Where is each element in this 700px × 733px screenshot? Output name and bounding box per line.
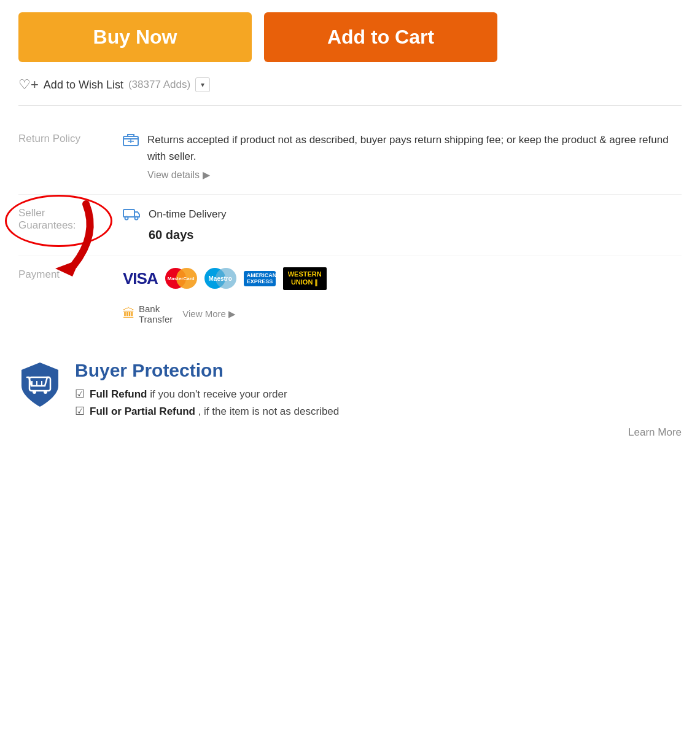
action-buttons: Buy Now Add to Cart xyxy=(18,12,682,62)
add-to-cart-button[interactable]: Add to Cart xyxy=(264,12,497,62)
return-policy-label: Return Policy xyxy=(18,131,123,145)
full-refund-text: if you don't receive your order xyxy=(150,388,287,400)
seller-guarantees-row: Seller Guarantees: xyxy=(18,195,682,256)
protection-item-1: ☑ Full Refund if you don't receive your … xyxy=(75,387,682,401)
learn-more-link[interactable]: Learn More xyxy=(628,426,682,438)
payment-icons-row: VISA MasterCard Maestro AMERICAN EXPRESS xyxy=(123,267,327,289)
buy-now-button[interactable]: Buy Now xyxy=(18,12,252,62)
payment-content: VISA MasterCard Maestro AMERICAN EXPRESS xyxy=(123,267,682,324)
return-policy-row: Return Policy Returns accepted if produc… xyxy=(18,120,682,195)
heart-plus-icon: ♡+ xyxy=(18,77,39,93)
seller-guarantees-content: On-time Delivery 60 days xyxy=(123,206,682,245)
view-details-link[interactable]: View details ▶ xyxy=(147,167,682,183)
wishlist-label[interactable]: Add to Wish List xyxy=(44,79,123,92)
shield-icon xyxy=(18,360,61,412)
buyer-protection-title: Buyer Protection xyxy=(75,360,682,381)
delivery-days: 60 days xyxy=(149,225,227,245)
bank-icon: 🏛 xyxy=(123,307,135,321)
western-union-logo: WESTERN UNION ‖ xyxy=(283,267,327,289)
protection-item-2: ☑ Full or Partial Refund , if the item i… xyxy=(75,404,682,418)
partial-refund-text: , if the item is not as described xyxy=(198,406,340,417)
full-refund-label: Full Refund xyxy=(90,388,147,400)
wishlist-dropdown-button[interactable]: ▾ xyxy=(195,77,210,92)
seller-guarantees-label: Seller Guarantees: xyxy=(18,206,123,232)
svg-point-3 xyxy=(125,216,128,219)
return-policy-text: Returns accepted if product not as descr… xyxy=(147,131,682,183)
svg-point-7 xyxy=(44,390,47,394)
bank-transfer: 🏛 Bank Transfer xyxy=(123,304,173,324)
return-icon xyxy=(123,133,139,150)
view-more-link[interactable]: View More ▶ xyxy=(182,308,236,319)
buyer-protection-section: Buyer Protection ☑ Full Refund if you do… xyxy=(18,354,682,445)
wishlist-row: ♡+ Add to Wish List (38377 Adds) ▾ xyxy=(18,77,682,93)
section-divider xyxy=(18,105,682,106)
mastercard-logo: MasterCard xyxy=(165,267,197,289)
visa-logo: VISA xyxy=(123,269,158,288)
svg-point-4 xyxy=(135,216,138,219)
svg-point-6 xyxy=(33,390,36,394)
info-section: Return Policy Returns accepted if produc… xyxy=(18,120,682,335)
buyer-protection-text: Buyer Protection ☑ Full Refund if you do… xyxy=(75,360,682,439)
check-icon-1: ☑ xyxy=(75,387,85,401)
check-icon-2: ☑ xyxy=(75,404,85,418)
amex-logo: AMERICAN EXPRESS xyxy=(244,271,276,287)
partial-refund-label: Full or Partial Refund xyxy=(90,406,195,417)
learn-more-row: Learn More xyxy=(75,426,682,439)
maestro-logo: Maestro xyxy=(204,267,236,289)
return-policy-content: Returns accepted if product not as descr… xyxy=(123,131,682,183)
delivery-text: On-time Delivery 60 days xyxy=(149,206,227,245)
wishlist-count: (38377 Adds) xyxy=(128,79,190,91)
delivery-truck-icon xyxy=(123,207,140,224)
payment-row: Payment VISA MasterCard Maestro xyxy=(18,256,682,335)
payment-label: Payment xyxy=(18,267,123,281)
payment-secondary-row: 🏛 Bank Transfer View More ▶ xyxy=(123,304,236,324)
svg-rect-2 xyxy=(123,210,134,217)
